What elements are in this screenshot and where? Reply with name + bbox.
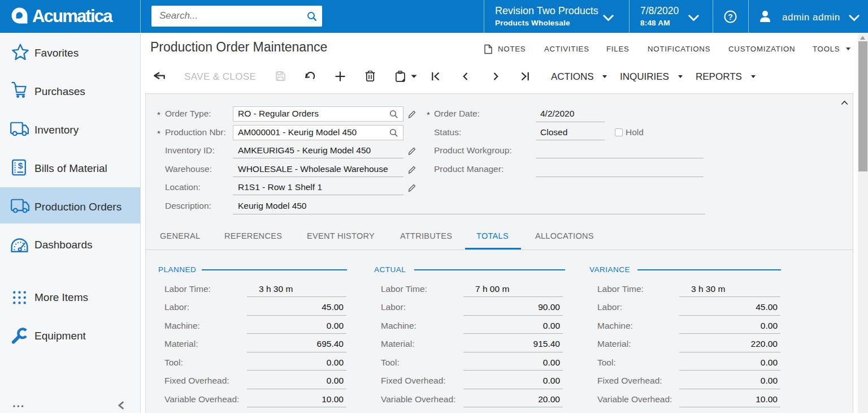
svg-text:?: ? [728, 12, 733, 21]
svg-text:$: $ [18, 161, 23, 170]
